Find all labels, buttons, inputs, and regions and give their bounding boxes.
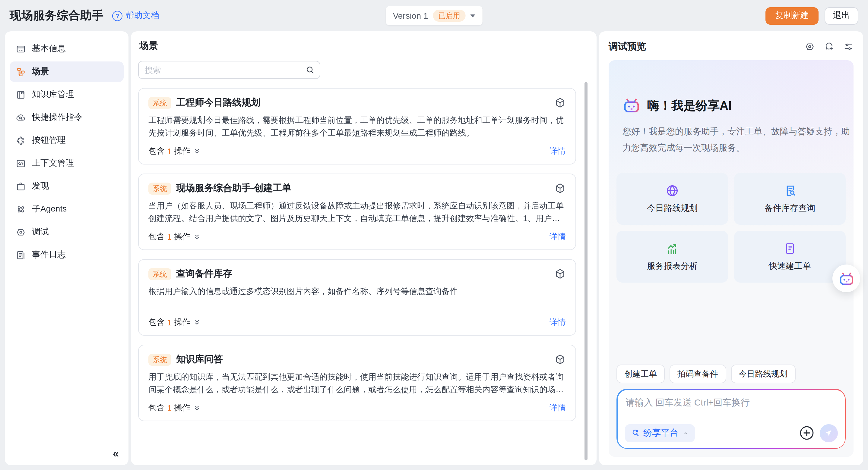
section-title: 场景 [140,40,589,53]
operations-toggle[interactable]: 包含1操作 [148,146,200,157]
sidebar-item-scenes[interactable]: 场景 [10,62,124,82]
quick-action-tiles: 今日路线规划 备件库存查询 服务报表分析 快速建工单 [617,173,846,282]
detail-link[interactable]: 详情 [550,146,566,157]
scene-tree-icon [16,67,26,77]
doc-icon [783,242,797,256]
sidebar-item-label: 上下文管理 [32,158,74,169]
chat-input-box: 纷享平台 [617,389,846,449]
status-badge: 已启用 [433,10,465,22]
system-badge: 系统 [148,268,171,280]
scenes-panel: 场景 系统 工程师今日路线规划 工程师需要规划今日最佳路线，需要根据工程师当前位… [131,31,596,465]
sidebar-item-debug[interactable]: 调试 [10,222,124,242]
sidebar-item-sub-agents[interactable]: 子Agents [10,199,124,219]
scene-card-route-planning[interactable]: 系统 工程师今日路线规划 工程师需要规划今日最佳路线，需要根据工程师当前位置，工… [138,88,576,165]
doc-search-icon [783,184,797,198]
tile-spare-parts-query[interactable]: 备件库存查询 [734,173,846,225]
sidebar-item-basic-info[interactable]: 基本信息 [10,39,124,59]
chat-input[interactable] [625,396,838,412]
ops-count: 1 [167,403,172,412]
debug-preview-title: 调试预览 [609,40,646,53]
chat-preview-area: 嗨！我是纷享AI 您好！我是您的服务助手，专注工单、故障与答疑支持，助力您高效完… [609,60,854,457]
operations-toggle[interactable]: 包含1操作 [148,231,200,242]
greeting-subtitle: 您好！我是您的服务助手，专注工单、故障与答疑支持，助力您高效完成每一次现场服务。 [622,124,854,156]
settings-sliders-icon[interactable] [843,41,854,52]
box-icon [16,181,26,191]
help-link[interactable]: ? 帮助文档 [112,10,159,21]
book-icon [16,90,26,100]
system-badge: 系统 [148,182,171,194]
tile-route-planning[interactable]: 今日路线规划 [617,173,728,225]
system-badge: 系统 [148,97,171,109]
sidebar-item-label: 快捷操作指令 [32,112,83,123]
scene-card-title: 工程师今日路线规划 [176,96,260,109]
sidebar-item-event-log[interactable]: 事件日志 [10,245,124,265]
scene-card-list: 系统 工程师今日路线规划 工程师需要规划今日最佳路线，需要根据工程师当前位置，工… [138,88,576,421]
search-input[interactable] [138,61,320,79]
tile-label: 服务报表分析 [647,261,698,272]
chip-scan-parts[interactable]: 拍码查备件 [670,365,726,383]
globe-icon [665,184,679,198]
scene-card-title: 知识库问答 [176,353,223,366]
chevron-double-down-icon [193,147,200,156]
cube-icon[interactable] [554,354,566,365]
platform-selector[interactable]: 纷享平台 [625,424,694,442]
cube-icon[interactable] [554,97,566,108]
cube-icon[interactable] [554,182,566,194]
debug-nut-icon[interactable] [805,41,815,52]
help-label: 帮助文档 [125,10,159,21]
chevron-double-down-icon [193,233,200,241]
operations-toggle[interactable]: 包含1操作 [148,403,200,413]
ops-count: 1 [167,232,172,241]
exit-button[interactable]: 退出 [825,7,858,24]
scene-card-title: 现场服务综合助手-创建工单 [176,182,291,195]
detail-link[interactable]: 详情 [550,317,566,328]
sidebar-item-label: 按钮管理 [32,135,66,146]
sidebar: 基本信息 场景 知识库管理 快捷操作指令 按钮管理 上下文管理 [5,31,128,465]
sidebar-item-button-management[interactable]: 按钮管理 [10,130,124,150]
ai-assistant-float-button[interactable] [832,265,860,292]
header: 现场服务综合助手 ? 帮助文档 Version 1 已启用 复制新建 退出 [0,0,868,31]
scene-card-spare-parts[interactable]: 系统 查询备件库存 根据用户输入的信息或通过多模态识别图片内容，如备件名称、序列… [138,259,576,336]
detail-link[interactable]: 详情 [550,403,566,413]
new-chat-icon[interactable] [824,41,834,52]
chip-route-planning[interactable]: 今日路线规划 [731,365,795,383]
sidebar-item-label: 场景 [32,66,49,77]
chevron-double-down-icon [193,319,200,327]
scene-card-description: 根据用户输入的信息或通过多模态识别图片内容，如备件名称、序列号等信息查询备件 [148,286,566,310]
add-attachment-button[interactable] [798,425,815,441]
ops-suffix: 操作 [174,403,190,413]
copy-new-button[interactable]: 复制新建 [766,7,818,24]
ops-count: 1 [167,147,172,156]
tile-service-report[interactable]: 服务报表分析 [617,231,728,282]
help-question-icon: ? [112,10,122,21]
code-window-icon [16,158,26,168]
detail-link[interactable]: 详情 [550,231,566,242]
send-button[interactable] [819,424,838,442]
scene-card-create-ticket[interactable]: 系统 现场服务综合助手-创建工单 当用户（如客服人员、现场工程师）通过反馈设备故… [138,173,576,250]
version-label: Version 1 [393,11,428,21]
tile-quick-ticket[interactable]: 快速建工单 [734,231,846,282]
window-icon [16,44,26,54]
sidebar-item-context-management[interactable]: 上下文管理 [10,153,124,173]
chevron-double-down-icon [193,404,200,412]
sidebar-item-label: 知识库管理 [32,89,74,100]
chip-create-ticket[interactable]: 创建工单 [617,365,665,383]
search-icon [305,65,315,75]
sidebar-item-knowledge-base[interactable]: 知识库管理 [10,85,124,105]
cube-icon[interactable] [554,268,566,279]
sidebar-item-quick-commands[interactable]: 快捷操作指令 [10,107,124,128]
collapse-sidebar-button[interactable]: « [113,448,119,460]
ops-prefix: 包含 [148,317,165,328]
scene-card-knowledge-qa[interactable]: 系统 知识库问答 用于兜底的知识库，当无法匹配到其他更加合适的技能时，使用当前技… [138,345,576,421]
page-title: 现场服务综合助手 [10,8,104,24]
nut-icon [16,227,26,237]
sidebar-item-discover[interactable]: 发现 [10,176,124,196]
atom-icon [16,204,26,214]
robot-avatar-icon [622,96,641,114]
operations-toggle[interactable]: 包含1操作 [148,317,200,328]
platform-icon [631,429,640,437]
version-selector[interactable]: Version 1 已启用 [386,6,483,25]
scrollbar[interactable] [585,82,588,460]
sidebar-item-label: 事件日志 [32,249,66,260]
ops-prefix: 包含 [148,231,165,242]
